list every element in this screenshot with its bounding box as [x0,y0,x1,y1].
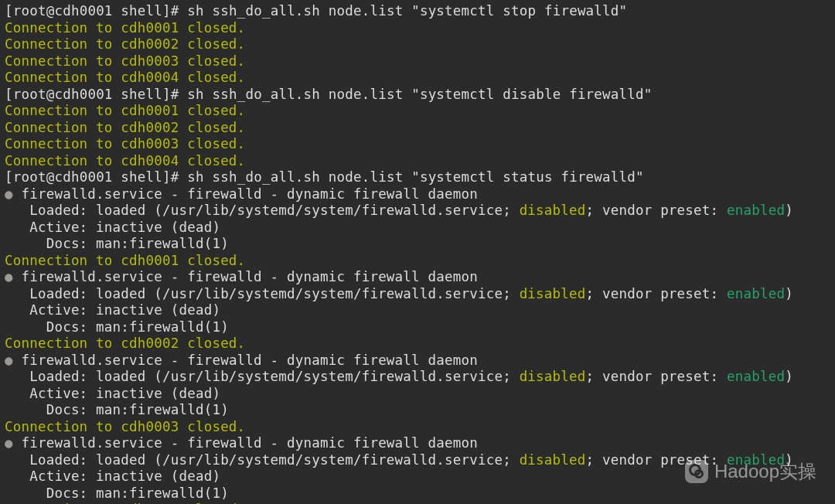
command-disable: sh ssh_do_all.sh node.list "systemctl di… [187,87,652,102]
status-bullet-icon: ● [5,352,13,368]
connection-closed: Connection to cdh0001 closed. [5,103,245,118]
status-header: firewalld.service - firewalld - dynamic … [13,352,478,368]
prompt-line: [root@cdh0001 shell]# [5,87,187,102]
connection-closed: Connection to cdh0002 closed. [5,335,245,351]
status-header: firewalld.service - firewalld - dynamic … [13,186,478,202]
connection-closed: Connection to cdh0003 closed. [5,53,245,69]
status-header: firewalld.service - firewalld - dynamic … [13,269,478,284]
terminal-output: [root@cdh0001 shell]# sh ssh_do_all.sh n… [0,0,835,504]
command-stop: sh ssh_do_all.sh node.list "systemctl st… [187,3,627,19]
prompt-line: [root@cdh0001 shell]# [5,169,187,185]
status-loaded: Loaded: loaded (/usr/lib/systemd/system/… [5,369,793,384]
command-status: sh ssh_do_all.sh node.list "systemctl st… [187,169,643,185]
status-header: firewalld.service - firewalld - dynamic … [13,435,478,451]
status-active: Active: inactive (dead) [5,220,220,235]
connection-closed: Connection to cdh0004 closed. [5,153,245,169]
connection-closed: Connection to cdh0001 closed. [5,253,245,268]
status-docs: Docs: man:firewalld(1) [5,485,229,501]
status-docs: Docs: man:firewalld(1) [5,236,229,251]
status-bullet-icon: ● [5,186,13,202]
status-docs: Docs: man:firewalld(1) [5,402,229,417]
status-active: Active: inactive (dead) [5,386,220,401]
connection-closed: Connection to cdh0003 closed. [5,136,245,152]
connection-closed: Connection to cdh0002 closed. [5,120,245,135]
status-loaded: Loaded: loaded (/usr/lib/systemd/system/… [5,452,793,468]
status-active: Active: inactive (dead) [5,302,220,318]
connection-closed: Connection to cdh0001 closed. [5,20,245,36]
status-active: Active: inactive (dead) [5,468,220,484]
status-loaded: Loaded: loaded (/usr/lib/systemd/system/… [5,203,793,218]
status-bullet-icon: ● [5,269,13,284]
prompt-line: [root@cdh0001 shell]# [5,3,187,19]
connection-closed: Connection to cdh0002 closed. [5,36,245,52]
connection-closed: Connection to cdh0004 closed. [5,70,245,85]
status-docs: Docs: man:firewalld(1) [5,319,229,335]
status-bullet-icon: ● [5,435,13,451]
connection-closed: Connection to cdh0003 closed. [5,419,245,434]
status-loaded: Loaded: loaded (/usr/lib/systemd/system/… [5,286,793,301]
